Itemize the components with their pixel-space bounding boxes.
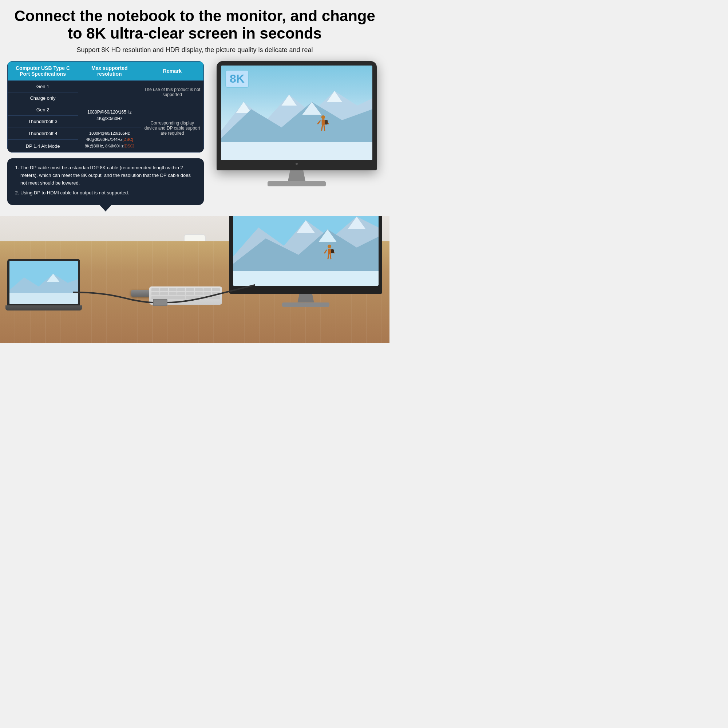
left-col: Computer USB Type C Port Specifications … — [7, 61, 204, 205]
bottom-scene: 8K — [0, 216, 390, 343]
laptop-screen-svg — [9, 261, 78, 304]
desk-stand-neck — [297, 294, 315, 303]
desk-monitor-screen: 8K — [233, 216, 379, 286]
resolution-cell: 1080P@60/120/165Hz 4K@30/60Hz/144Hz[DSC]… — [78, 127, 141, 153]
col-header-resolution: Max supported resolution — [78, 61, 141, 80]
desk-monitor: 8K — [229, 216, 382, 307]
key — [212, 288, 220, 291]
desk-monitor-bezel: 8K — [229, 216, 382, 294]
remark-cell: The use of this product is not supported — [141, 80, 204, 104]
port-cell: DP 1.4 Alt Mode — [8, 140, 78, 153]
desk-mountain-svg — [233, 216, 379, 286]
key — [186, 292, 194, 295]
svg-rect-27 — [331, 249, 334, 253]
svg-point-21 — [327, 245, 331, 248]
key — [151, 292, 159, 295]
dsc-label: [DSC] — [122, 137, 133, 142]
key — [177, 288, 185, 291]
laptop-screen — [9, 261, 78, 304]
svg-line-25 — [328, 254, 329, 259]
resolution-cell — [78, 80, 141, 104]
specs-table: Computer USB Type C Port Specifications … — [7, 61, 204, 153]
desk-monitor-chin — [233, 286, 379, 292]
key — [169, 292, 177, 295]
key — [177, 292, 185, 295]
monitor-screen: 8K — [221, 66, 372, 160]
key — [195, 288, 203, 291]
svg-rect-6 — [221, 142, 372, 160]
monitor-bezel: 8K — [217, 61, 377, 170]
page-wrapper: Connect the notebook to the monitor, and… — [0, 0, 390, 205]
top-section: Computer USB Type C Port Specifications … — [7, 61, 382, 205]
col-header-port: Computer USB Type C Port Specifications — [8, 61, 78, 80]
key — [209, 296, 220, 299]
monitor-stand-neck — [286, 170, 307, 181]
monitor-chin — [221, 160, 372, 167]
monitor-stand-base — [268, 181, 326, 187]
key — [212, 292, 220, 295]
note-2: Using DP to HDMI cable for output is not… — [20, 189, 197, 197]
notes-box: The DP cable must be a standard DP 8K ca… — [7, 158, 204, 205]
specs-table-wrapper: Computer USB Type C Port Specifications … — [7, 61, 204, 153]
desk-keyboard — [149, 286, 222, 305]
svg-rect-31 — [9, 293, 78, 304]
key — [160, 292, 168, 295]
key — [203, 292, 211, 295]
table-row: Gen 2 1080P@60/120/165Hz4K@30/60Hz Corre… — [8, 104, 204, 115]
table-row: Gen 1 The use of this product is not sup… — [8, 80, 204, 92]
port-cell: Thunderbolt 3 — [8, 115, 78, 127]
remark-cell: Corresponding display device and DP cabl… — [141, 104, 204, 153]
port-cell: Thunderbolt 4 — [8, 127, 78, 140]
svg-rect-22 — [328, 249, 331, 254]
key — [203, 288, 211, 291]
port-cell: Gen 2 — [8, 104, 78, 115]
keyboard-row — [151, 296, 220, 299]
resolution-badge: 8K — [225, 70, 249, 88]
svg-rect-8 — [322, 119, 325, 125]
desk-stand-base — [282, 303, 329, 307]
key — [186, 288, 194, 291]
note-1: The DP cable must be a standard DP 8K ca… — [20, 164, 197, 187]
key — [151, 288, 159, 291]
key — [195, 292, 203, 295]
port-cell: Gen 1 — [8, 80, 78, 92]
monitor-illustration: 8K — [217, 61, 377, 187]
main-title: Connect the notebook to the monitor, and… — [7, 7, 382, 43]
dsc-label-2: [DSC] — [123, 144, 134, 148]
svg-line-12 — [324, 125, 325, 130]
svg-line-11 — [322, 125, 323, 130]
key — [160, 288, 168, 291]
laptop-base — [5, 305, 82, 310]
desk-laptop — [7, 259, 82, 310]
subtitle: Support 8K HD resolution and HDR display… — [7, 46, 382, 54]
resolution-cell: 1080P@60/120/165Hz4K@30/60Hz — [78, 104, 141, 127]
svg-line-26 — [330, 254, 331, 259]
keyboard-rows — [149, 286, 222, 301]
key — [169, 288, 177, 291]
svg-rect-13 — [325, 120, 327, 124]
port-cell: Charge only — [8, 92, 78, 104]
keyboard-row — [151, 288, 220, 291]
key — [186, 296, 208, 299]
laptop-screen-wrapper — [7, 259, 80, 305]
col-header-remark: Remark — [141, 61, 204, 80]
monitor-dot — [295, 163, 298, 165]
right-col: 8K — [211, 61, 382, 187]
keyboard-row — [151, 292, 220, 295]
svg-point-7 — [321, 115, 325, 119]
svg-rect-20 — [233, 271, 379, 286]
key — [151, 296, 185, 299]
